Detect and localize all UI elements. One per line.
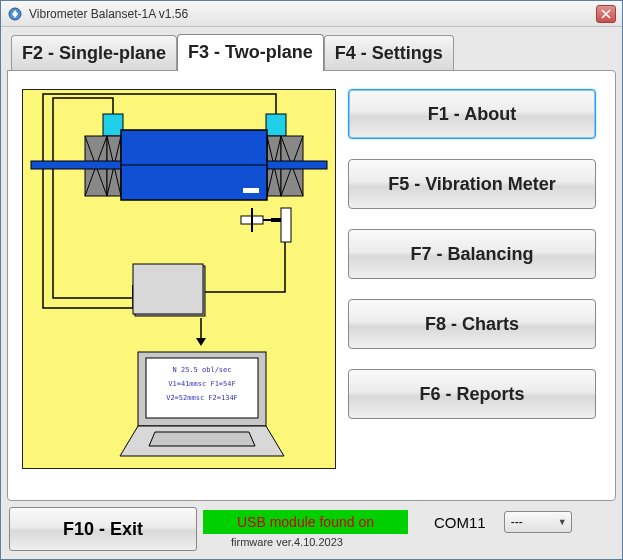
tab-single-plane[interactable]: F2 - Single-plane [11,35,177,71]
tab-content: N 25.5 obl/sec V1=41mmsc F1=54F V2=52mms… [7,70,616,501]
usb-status: USB module found on [203,510,408,534]
window-title: Vibrometer Balanset-1A v1.56 [29,7,596,21]
com-port-label: COM11 [412,514,500,531]
balancing-button[interactable]: F7 - Balancing [348,229,596,279]
monitor-line-3: V2=52mmsc F2=134F [166,394,238,402]
action-buttons: F1 - About F5 - Vibration Meter F7 - Bal… [348,89,596,419]
exit-button[interactable]: F10 - Exit [9,507,197,551]
reports-button[interactable]: F6 - Reports [348,369,596,419]
port-combo[interactable]: --- ▼ [504,511,572,533]
vibration-meter-button[interactable]: F5 - Vibration Meter [348,159,596,209]
about-button[interactable]: F1 - About [348,89,596,139]
tab-two-plane[interactable]: F3 - Two-plane [177,34,324,71]
firmware-label: firmware ver.4.10.2023 [203,536,614,548]
svg-rect-19 [281,208,291,242]
chevron-down-icon: ▼ [558,517,567,527]
svg-rect-25 [133,264,203,314]
app-window: Vibrometer Balanset-1A v1.56 F2 - Single… [0,0,623,560]
status-block: USB module found on COM11 --- ▼ firmware… [203,510,614,548]
svg-rect-1 [103,114,123,136]
svg-rect-20 [271,218,281,222]
monitor-line-1: N 25.5 obl/sec [172,366,231,374]
close-button[interactable] [596,5,616,23]
titlebar: Vibrometer Balanset-1A v1.56 [1,1,622,27]
tab-settings[interactable]: F4 - Settings [324,35,454,71]
svg-rect-2 [266,114,286,136]
balancing-diagram: N 25.5 obl/sec V1=41mmsc F1=54F V2=52mms… [22,89,336,469]
statusbar: F10 - Exit USB module found on COM11 ---… [7,501,616,553]
client-area: F2 - Single-plane F3 - Two-plane F4 - Se… [1,27,622,559]
monitor-line-2: V1=41mmsc F1=54F [168,380,235,388]
tabstrip: F2 - Single-plane F3 - Two-plane F4 - Se… [7,33,616,70]
port-combo-value: --- [511,515,523,529]
app-icon [7,6,23,22]
charts-button[interactable]: F8 - Charts [348,299,596,349]
svg-rect-18 [243,188,259,193]
